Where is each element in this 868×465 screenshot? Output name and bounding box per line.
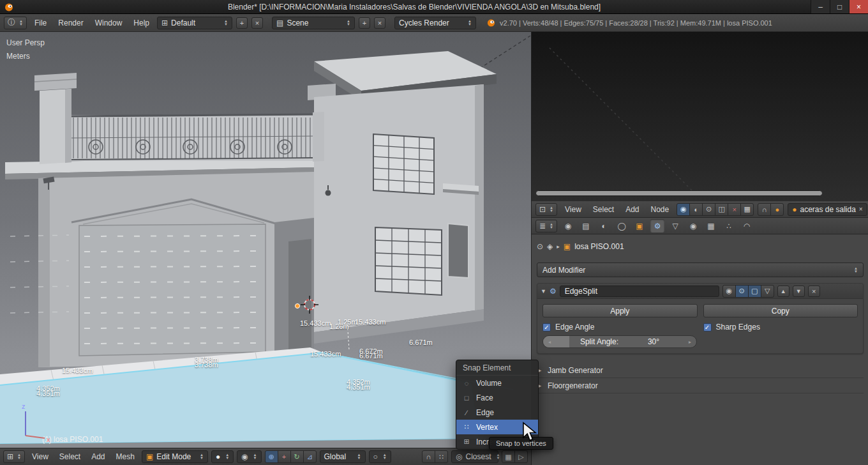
panel-jamb-generator[interactable]: ► Jamb Generator	[537, 363, 864, 378]
node-editor-canvas[interactable]	[532, 32, 868, 201]
move-modifier-down-button[interactable]: ▼	[793, 286, 805, 297]
node-menu-view[interactable]: View	[561, 205, 585, 214]
delete-modifier-button[interactable]: ×	[808, 286, 820, 297]
add-scene-button[interactable]: +	[359, 17, 370, 29]
tab-physics[interactable]: ◠	[740, 219, 754, 232]
slider-right-arrow-icon[interactable]: ▸	[689, 339, 691, 345]
snap-target-selector[interactable]: ◎ Closest ▲▼	[451, 450, 498, 463]
tab-particles[interactable]: ∴	[722, 219, 736, 232]
rotate-manipulator-icon[interactable]: ↻	[290, 450, 304, 463]
node-menu-node[interactable]: Node	[647, 205, 673, 214]
sharp-edges-checkbox[interactable]: ✓	[703, 323, 712, 332]
modifier-header: ▼ ⚙ EdgeSplit ◉ ⊙ ▢ ▽ ▲ ▼ ×	[537, 284, 863, 299]
snap-element-button[interactable]: ∷	[435, 450, 448, 463]
snap-node-icon[interactable]: ∩	[758, 203, 771, 216]
mode-selector[interactable]: ▣ Edit Mode ▲▼	[142, 450, 208, 463]
edge-angle-checkbox[interactable]: ✓	[542, 323, 551, 332]
snap-item-edge[interactable]: ∕ Edge	[456, 405, 538, 420]
shader-type-lamp-icon[interactable]: ⊙	[702, 203, 715, 216]
slider-left-arrow-icon[interactable]: ◂	[548, 339, 551, 345]
edge-length-label: 15.433cm	[355, 318, 385, 326]
panel-floorgenerator[interactable]: ► Floorgenerator	[537, 378, 864, 393]
snap-item-label: Vertex	[476, 423, 498, 432]
view3d-menu-mesh[interactable]: Mesh	[112, 452, 138, 461]
copy-button[interactable]: Copy	[703, 304, 858, 317]
snap-target-icon: ◎	[456, 452, 462, 461]
tab-render-layers[interactable]: ▤	[579, 219, 593, 232]
split-angle-slider[interactable]: ◂ Split Angle: 30° ▸	[542, 335, 697, 348]
node-menu-select[interactable]: Select	[589, 205, 618, 214]
menu-render[interactable]: Render	[54, 19, 87, 27]
pivot-point-selector[interactable]: ◉ ▲▼	[237, 450, 261, 463]
tab-object-data[interactable]: ▽	[668, 219, 682, 232]
unlink-datablock-icon[interactable]: ×	[859, 206, 863, 213]
view3d-editor-icon: ⊞	[7, 452, 13, 461]
screen-layout-selector[interactable]: ⊞ Default ▲▼	[157, 17, 232, 29]
axis-gizmo: z x	[6, 401, 52, 445]
compositing-nodes-icon[interactable]: ◫	[715, 203, 728, 216]
delete-layout-button[interactable]: ×	[251, 17, 263, 29]
cage-toggle[interactable]: ▽	[761, 285, 774, 298]
snap-item-face[interactable]: □ Face	[456, 390, 538, 405]
shader-type-world-icon[interactable]: ◐	[689, 203, 703, 216]
editor-type-button-properties[interactable]: ≣ ▲▼	[535, 220, 557, 232]
view3d-menu-select[interactable]: Select	[56, 452, 84, 461]
delete-scene-button[interactable]: ×	[374, 17, 385, 29]
expand-icon[interactable]: ▼	[541, 288, 546, 294]
proportional-edit-selector[interactable]: ○ ▲▼	[369, 450, 391, 463]
unlink-icon[interactable]: ×	[728, 203, 741, 216]
close-button[interactable]: ×	[849, 0, 868, 13]
manipulator-icon[interactable]: ⊕	[265, 450, 278, 463]
editor-type-button-info[interactable]: ⓘ ▲▼	[4, 17, 27, 29]
material-preview-icon[interactable]: ●	[770, 203, 784, 216]
add-layout-button[interactable]: +	[236, 17, 248, 29]
maximize-button[interactable]: □	[830, 0, 849, 13]
minimize-button[interactable]: –	[811, 0, 830, 13]
tab-texture[interactable]: ▦	[704, 219, 718, 232]
tab-material[interactable]: ◉	[686, 219, 700, 232]
breadcrumb-arrow-icon: ▸	[557, 243, 560, 250]
tab-render[interactable]: ◉	[561, 219, 575, 232]
chevron-updown-icon: ▲▼	[383, 454, 387, 460]
render-opengl-icon[interactable]: ▦	[502, 450, 515, 463]
render-opengl-anim-icon[interactable]: ▷	[514, 450, 528, 463]
breadcrumb-object-name: losa PISO.001	[574, 242, 624, 251]
node-tree-name-field[interactable]: ● aceras de salida ×	[788, 203, 867, 216]
tab-world[interactable]: ◯	[615, 219, 629, 232]
shader-type-object-icon[interactable]: ◉	[677, 203, 690, 216]
menu-window[interactable]: Window	[91, 19, 126, 27]
pin-icon[interactable]: ⊙	[537, 242, 543, 251]
properties-header: ≣ ▲▼ ◉ ▤ ◐ ◯ ▣ ⚙ ▽ ◉ ▦ ∴ ◠	[532, 218, 868, 234]
node-hscrollbar[interactable]	[535, 190, 823, 196]
tab-object[interactable]: ▣	[632, 219, 647, 232]
menu-file[interactable]: File	[31, 19, 50, 27]
viewport-shading-selector[interactable]: ● ▲▼	[211, 450, 234, 463]
node-editor-header: ⊡ ▲▼ View Select Add Node ◉ ◐ ⊙ ◫ × ▦ ∩ …	[532, 201, 868, 218]
translate-manipulator-icon[interactable]: +	[278, 450, 291, 463]
move-modifier-up-button[interactable]: ▲	[777, 286, 789, 297]
snap-item-volume[interactable]: ◌ Volume	[456, 376, 538, 390]
render-engine-selector[interactable]: Cycles Render ▲▼	[394, 17, 476, 29]
view-name-label: User Persp	[6, 38, 45, 47]
orientation-selector[interactable]: Global ▲▼	[320, 450, 366, 463]
editor-type-button-node[interactable]: ⊡ ▲▼	[535, 203, 557, 216]
modifier-name-field[interactable]: EdgeSplit	[560, 286, 719, 297]
editmode-visibility-toggle[interactable]: ▢	[748, 285, 761, 298]
tooltip: Snap to vertices	[489, 437, 553, 450]
add-modifier-button[interactable]: Add Modifier ▲▼	[537, 263, 864, 277]
editor-type-button-3dview[interactable]: ⊞ ▲▼	[3, 450, 25, 463]
tab-scene[interactable]: ◐	[597, 219, 611, 232]
viewport-visibility-toggle[interactable]: ⊙	[735, 285, 749, 298]
view3d-menu-add[interactable]: Add	[87, 452, 108, 461]
render-visibility-toggle[interactable]: ◉	[722, 285, 736, 298]
tab-modifiers[interactable]: ⚙	[650, 219, 664, 232]
apply-button[interactable]: Apply	[542, 304, 698, 317]
snap-magnet-icon[interactable]: ∩	[422, 450, 435, 463]
scene-selector[interactable]: ▤ Scene ▲▼	[272, 17, 355, 29]
scale-manipulator-icon[interactable]: ⊿	[303, 450, 317, 463]
menu-help[interactable]: Help	[130, 19, 153, 27]
node-menu-add[interactable]: Add	[622, 205, 643, 214]
texture-nodes-icon[interactable]: ▦	[740, 203, 754, 216]
viewport-3d[interactable]: User Persp Meters (1) losa PISO.001 z x …	[0, 32, 531, 448]
view3d-menu-view[interactable]: View	[28, 452, 52, 461]
